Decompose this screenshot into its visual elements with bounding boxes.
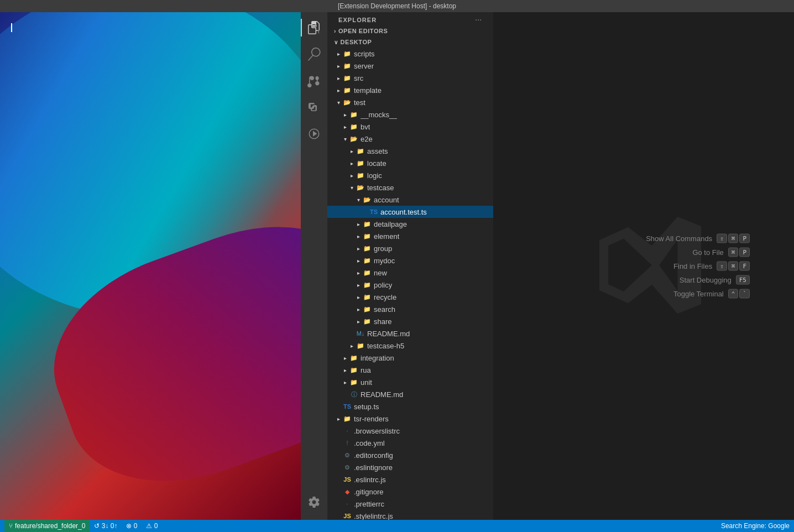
icon-server: 📁 <box>343 61 352 70</box>
desktop-label: Desktop <box>341 39 372 45</box>
desktop-section[interactable]: ∨ Desktop <box>327 36 493 48</box>
tree-item-README-root[interactable]: ⓘ README.md <box>327 388 493 400</box>
tree-item-rua[interactable]: ▸ 📁 rua <box>327 364 493 376</box>
run-debug-icon <box>307 127 321 140</box>
source-control-icon <box>307 74 321 87</box>
label-recycle: recycle <box>374 293 396 301</box>
icon-eslintignore: ⚙ <box>343 463 352 472</box>
folder-arrow-element: ▸ <box>354 233 363 239</box>
sidebar-content: › Open Editors ∨ Desktop ▸ 📁 scripts ▸ 📁… <box>327 25 493 520</box>
icon-policy: 📁 <box>363 280 372 289</box>
search-engine-item[interactable]: Search Engine: Google <box>717 520 794 532</box>
label-detailpage: detailpage <box>374 220 407 228</box>
extensions-activity-icon[interactable] <box>301 94 327 121</box>
tree-item-locate[interactable]: ▸ 📁 locate <box>327 157 493 169</box>
folder-arrow-template: ▸ <box>334 87 343 93</box>
label-search: search <box>374 305 395 314</box>
tree-item-account[interactable]: ▾ 📂 account <box>327 194 493 206</box>
tree-item-share[interactable]: ▸ 📁 share <box>327 315 493 327</box>
label-logic: logic <box>367 171 382 180</box>
key-f5: F5 <box>736 275 750 285</box>
tree-item-gitignore[interactable]: ◆ .gitignore <box>327 486 493 498</box>
source-control-activity-icon[interactable] <box>301 67 327 94</box>
icon-e2e: 📂 <box>349 134 358 143</box>
search-icon <box>307 48 321 61</box>
open-editors-section[interactable]: › Open Editors <box>327 25 493 36</box>
tree-item-detailpage[interactable]: ▸ 📁 detailpage <box>327 218 493 230</box>
tree-item-tsr-renders[interactable]: ▸ 📁 tsr-renders <box>327 413 493 425</box>
settings-activity-icon[interactable] <box>301 489 327 515</box>
folder-arrow-unit: ▸ <box>341 379 349 385</box>
tree-item-eslintrc[interactable]: JS .eslintrc.js <box>327 473 493 486</box>
sidebar-header: Explorer ··· <box>327 12 493 25</box>
folder-arrow-server: ▸ <box>334 63 343 69</box>
folder-arrow-logic: ▸ <box>347 173 356 179</box>
tree-item-search[interactable]: ▸ 📁 search <box>327 303 493 315</box>
tree-item-README-md[interactable]: M↓ README.md <box>327 327 493 340</box>
tree-item-logic[interactable]: ▸ 📁 logic <box>327 169 493 181</box>
tree-item-unit[interactable]: ▸ 📁 unit <box>327 376 493 388</box>
label-prettierrc: .prettierrc <box>354 500 384 508</box>
warnings-item[interactable]: ⚠ 0 <box>142 520 162 532</box>
label-tsr-renders: tsr-renders <box>354 415 389 423</box>
folder-arrow-search: ▸ <box>354 306 363 312</box>
tree-item-assets[interactable]: ▸ 📁 assets <box>327 145 493 157</box>
desktop-arrow: ∨ <box>334 39 338 45</box>
icon-account-test-ts: TS <box>369 207 378 216</box>
tree-item-account-test-ts[interactable]: TS account.test.ts <box>327 206 493 218</box>
git-branch-item[interactable]: ⑂ feature/shared_folder_0 <box>4 520 90 532</box>
folder-arrow-e2e: ▾ <box>341 136 349 142</box>
tree-item-scripts[interactable]: ▸ 📁 scripts <box>327 48 493 60</box>
tree-item-code-yml[interactable]: ! .code.yml <box>327 437 493 449</box>
shortcut-start-debugging: Start Debugging F5 <box>646 275 750 285</box>
search-activity-icon[interactable] <box>301 41 327 67</box>
label-integration: integration <box>361 354 394 362</box>
run-debug-activity-icon[interactable] <box>301 121 327 147</box>
tree-item-mydoc[interactable]: ▸ 📁 mydoc <box>327 254 493 267</box>
tree-item-browserslistrc[interactable]: · .browserslistrc <box>327 425 493 437</box>
go-to-file-keys: ⌘ P <box>728 248 750 257</box>
tree-item-bvt[interactable]: ▸ 📁 bvt <box>327 121 493 133</box>
files-icon <box>307 21 321 34</box>
tree-item-prettierrc[interactable]: · .prettierrc <box>327 498 493 510</box>
tree-item-group[interactable]: ▸ 📁 group <box>327 242 493 254</box>
label-assets: assets <box>367 147 388 155</box>
tree-item-new[interactable]: ▸ 📁 new <box>327 267 493 279</box>
folder-arrow-new: ▸ <box>354 270 363 276</box>
tree-item-__mocks__[interactable]: ▸ 📁 __mocks__ <box>327 108 493 121</box>
tree-item-template[interactable]: ▸ 📁 template <box>327 84 493 96</box>
file-tree: ▸ 📁 scripts ▸ 📁 server ▸ 📁 src ▸ 📁 templ… <box>327 48 493 520</box>
label-e2e: e2e <box>361 135 373 143</box>
tree-item-src[interactable]: ▸ 📁 src <box>327 72 493 84</box>
shortcut-go-to-file: Go to File ⌘ P <box>646 248 750 257</box>
errors-item[interactable]: ⊗ 0 <box>122 520 142 532</box>
sync-item[interactable]: ↺ 3↓ 0↑ <box>90 520 122 532</box>
more-actions-icon[interactable]: ··· <box>476 17 482 23</box>
tree-item-editorconfig[interactable]: ⚙ .editorconfig <box>327 449 493 461</box>
explorer-activity-icon[interactable] <box>301 14 327 41</box>
label-__mocks__: __mocks__ <box>361 111 397 119</box>
label-code-yml: .code.yml <box>354 439 385 447</box>
tree-item-setup-ts[interactable]: TS setup.ts <box>327 400 493 413</box>
tree-item-e2e[interactable]: ▾ 📂 e2e <box>327 133 493 145</box>
icon-group: 📁 <box>363 244 372 253</box>
tree-item-testcase-h5[interactable]: ▸ 📁 testcase-h5 <box>327 340 493 352</box>
label-README-root: README.md <box>361 390 403 399</box>
tree-item-recycle[interactable]: ▸ 📁 recycle <box>327 291 493 303</box>
gear-icon <box>307 496 321 509</box>
icon-testcase: 📂 <box>356 183 365 192</box>
tree-item-stylelintrc[interactable]: JS .stylelintrc.js <box>327 510 493 520</box>
show-all-commands-keys: ⇧ ⌘ P <box>717 234 750 243</box>
tree-item-server[interactable]: ▸ 📁 server <box>327 60 493 72</box>
folder-arrow-rua: ▸ <box>341 367 349 373</box>
tree-item-test[interactable]: ▾ 📂 test <box>327 96 493 108</box>
activity-bar <box>301 12 327 520</box>
tree-item-integration[interactable]: ▸ 📁 integration <box>327 352 493 364</box>
tree-item-testcase[interactable]: ▾ 📂 testcase <box>327 181 493 194</box>
title-text: [Extension Development Host] - desktop <box>338 2 456 10</box>
folder-arrow-scripts: ▸ <box>334 51 343 57</box>
tree-item-element[interactable]: ▸ 📁 element <box>327 230 493 242</box>
tree-item-eslintignore[interactable]: ⚙ .eslintignore <box>327 461 493 473</box>
tree-item-policy[interactable]: ▸ 📁 policy <box>327 279 493 291</box>
icon-src: 📁 <box>343 74 352 82</box>
